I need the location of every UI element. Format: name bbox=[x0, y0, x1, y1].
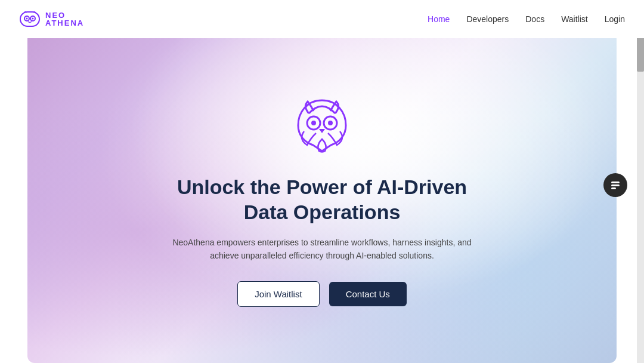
floating-button-icon bbox=[611, 182, 620, 189]
nav-developers[interactable]: Developers bbox=[466, 14, 509, 24]
hero-subtitle: NeoAthena empowers enterprises to stream… bbox=[167, 236, 477, 263]
hero-title: Unlock the Power of AI-Driven Data Opera… bbox=[167, 174, 477, 225]
nav-docs[interactable]: Docs bbox=[525, 14, 544, 24]
nav-login[interactable]: Login bbox=[605, 14, 625, 24]
hero-buttons: Join Waitlist Contact Us bbox=[237, 281, 407, 307]
contact-us-button[interactable]: Contact Us bbox=[329, 282, 407, 306]
floating-icon-line2 bbox=[611, 184, 620, 186]
nav-links: Home Developers Docs Waitlist Login bbox=[428, 14, 625, 24]
logo-text: NEO ATHENA bbox=[45, 11, 84, 27]
svg-point-4 bbox=[32, 18, 34, 20]
svg-point-6 bbox=[311, 121, 316, 125]
hero-content: Unlock the Power of AI-Driven Data Opera… bbox=[27, 32, 617, 363]
scrollbar-track bbox=[637, 0, 644, 363]
join-waitlist-button[interactable]: Join Waitlist bbox=[237, 281, 319, 307]
floating-icon-line3 bbox=[611, 187, 616, 189]
svg-point-3 bbox=[26, 18, 28, 20]
floating-icon-line1 bbox=[611, 182, 620, 183]
logo[interactable]: NEO ATHENA bbox=[19, 8, 84, 30]
floating-action-button[interactable] bbox=[603, 173, 627, 197]
hero-section: Unlock the Power of AI-Driven Data Opera… bbox=[27, 32, 617, 363]
nav-home[interactable]: Home bbox=[428, 14, 450, 24]
nav-waitlist[interactable]: Waitlist bbox=[561, 14, 588, 24]
logo-icon bbox=[19, 8, 41, 30]
svg-point-8 bbox=[328, 121, 333, 125]
navbar: NEO ATHENA Home Developers Docs Waitlist… bbox=[0, 0, 644, 38]
logo-athena: ATHENA bbox=[45, 19, 84, 27]
hero-owl-icon bbox=[286, 88, 358, 160]
svg-rect-0 bbox=[20, 12, 39, 26]
